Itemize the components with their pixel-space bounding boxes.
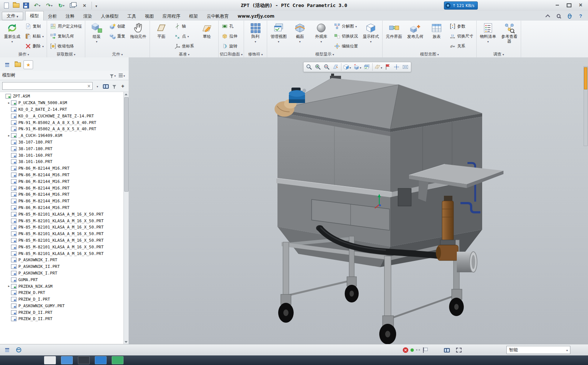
group-label-model-display[interactable]: 模型显示 [268,51,381,57]
pattern-button[interactable]: 阵列 [245,21,266,51]
display-style-button[interactable]: 显示样式 [361,21,381,51]
graphics-scrollbar-thumb[interactable] [584,67,587,89]
tree-item[interactable]: PN-86_M-82144_M16.PRT [0,198,124,205]
tab-tools[interactable]: 工具 [123,12,141,21]
tree-item[interactable]: PRZEW_D_II.PRT [0,309,124,316]
tree-item[interactable]: ▶ PRZEKA_NIK.ASM [0,283,124,290]
reference-viewer-button[interactable]: 参考查看器 [499,21,520,51]
search-model-button[interactable] [442,346,452,354]
taskbar-app-3[interactable] [78,356,90,364]
tree-item[interactable]: PN-86_M-82144_M16.PRT [0,191,124,198]
scrollbar-thumb[interactable] [124,97,129,192]
undo-button[interactable] [31,1,43,10]
datum-plane-button[interactable]: 平面 [151,21,172,51]
graphics-scrollbar[interactable] [584,66,588,146]
bom-button[interactable]: 物料清单 [478,21,498,51]
collapse-ribbon-button[interactable] [543,13,552,20]
udf-button[interactable]: 用户定义特征 [48,21,84,31]
tree-item[interactable]: 38-101-160.PRT [0,152,124,159]
group-label-operations[interactable]: 操作 [2,51,46,57]
appearance-gallery-button[interactable]: 外观库 [311,21,331,51]
spin-center-button[interactable] [392,63,401,71]
toggle-status-button[interactable]: 切换状况 [332,31,360,41]
new-button[interactable] [1,1,11,10]
taskbar-app-1[interactable] [44,356,56,364]
toggle-browser-button[interactable] [14,346,24,354]
network-speed-badge[interactable]: 121 KB/s [444,1,478,10]
create-component-button[interactable]: 创建 [108,21,127,31]
repeat-button[interactable]: 重复 [108,31,127,41]
tab-framework[interactable]: 框架 [185,12,202,21]
tree-item[interactable]: PN-86_M-82144_M16.PRT [0,172,124,178]
taskbar-app-4[interactable] [95,356,107,364]
tree-item[interactable]: P_ASKOWNIK_GUMY.PRT [0,303,124,309]
tree-item[interactable]: PN-85_M-82101_KLASA_A_M_16_X_50.PRT [0,224,124,231]
tree-item[interactable]: PN-85_M-82101_KLASA_A_M_16_X_50.PRT [0,244,124,250]
datum-csys-button[interactable]: 坐标系 [172,41,196,51]
tree-item[interactable]: PN-86_M-82144_M16.PRT [0,165,124,172]
tree-scrollbar[interactable] [123,92,129,344]
shrinkwrap-button[interactable]: 收缩包络 [48,41,84,51]
tab-website[interactable]: www.yzfjy.com [233,12,279,21]
selection-filter-dropdown[interactable]: 智能 [506,346,570,354]
tree-item[interactable]: PN-85_M-82101_KLASA_A_M_16_X_50.PRT [0,211,124,217]
tab-file[interactable]: 文件 [2,12,23,20]
taskbar-app-5[interactable] [112,356,123,364]
browser-options-button[interactable] [565,13,574,20]
tree-item[interactable]: P_ASKOWNIK_I.PRT [0,270,124,277]
sketch-button[interactable]: 草绘 [197,21,217,51]
tree-item[interactable]: PN-85_M-82101_KLASA_A_M_16_X_50.PRT [0,231,124,237]
group-label-get-data[interactable]: 获取数据 [48,51,84,57]
command-search-button[interactable] [554,13,563,20]
tree-item[interactable]: PRZEW_D_I.PRT [0,296,124,303]
search-options-button[interactable] [94,82,101,90]
regenerate-button[interactable]: 重新生成 [2,21,22,51]
filter-button[interactable] [111,82,118,90]
group-label-component[interactable]: 元件 [86,51,148,57]
tree-item[interactable]: KO_O__A_CUCHOWE_Z_BATE_Z-14.PRT [0,113,124,119]
tree-filters-button[interactable] [108,72,117,79]
copy-geometry-button[interactable]: 复制几何 [48,31,84,41]
tree-item[interactable]: ▶ _A_CUCH-196409.ASM [0,132,124,139]
favorites-tab[interactable] [24,60,33,69]
tree-item[interactable]: PN-86_M-82144_M16.PRT [0,185,124,191]
component-interface-button[interactable]: 元件界面 [384,21,404,51]
notifications-flag-icon[interactable] [423,347,427,353]
switch-dimensions-button[interactable]: 切换尺寸 [448,31,475,41]
tree-item[interactable]: P_ASKOWNIK_II.PRT [0,263,124,270]
tree-expand-icon[interactable]: ▶ [7,285,11,288]
group-label-investigate[interactable]: 调查 [478,51,520,57]
saved-orientations-button[interactable] [352,63,362,71]
exploded-view-button[interactable]: 分解图 [332,21,360,31]
group-label-cut-surface[interactable]: 切口和曲面 [220,51,243,57]
hole-button[interactable]: 孔 [220,21,239,31]
section-button[interactable]: 截面 [290,21,310,51]
extrude-button[interactable]: 拉伸 [220,31,239,41]
datum-axis-button[interactable]: 轴 [172,21,196,31]
open-button[interactable] [11,1,21,10]
graphics-area[interactable] [129,57,588,344]
tree-expand-icon[interactable]: ▶ [7,134,11,137]
tree-item[interactable]: PN-86_M-82144_M16.PRT [0,205,124,211]
datum-display-button[interactable] [372,63,383,71]
tree-item[interactable]: PN-85_M-82101_KLASA_A_M_16_X_50.PRT [0,237,124,244]
save-button[interactable] [21,1,31,10]
tree-item[interactable]: GUMA.PRT [0,276,124,283]
repaint-button[interactable] [331,63,340,71]
3d-model[interactable] [129,57,588,344]
expand-all-button[interactable] [119,82,126,90]
maximize-button[interactable] [564,2,574,8]
tree-item[interactable]: 38-101-160.PRT [0,159,124,165]
tree-item[interactable]: PN-85_M-82101_KLASA_A_M_16_X_50.PRT [0,250,124,257]
windows-button[interactable] [68,1,79,10]
redo-button[interactable] [43,1,55,10]
group-label-datum[interactable]: 基准 [151,51,217,57]
tree-item[interactable]: PRZEW_D.PRT [0,290,124,296]
tree-item[interactable]: PRZEW_D_II.PRT [0,316,124,322]
folder-browser-tab[interactable] [13,60,22,69]
scroll-up-arrow[interactable] [124,92,128,97]
tree-item[interactable]: KO_O_Z_BATE_Z-14.PRT [0,106,124,113]
close-window-button[interactable] [80,1,89,10]
select-items-button[interactable] [454,346,463,354]
model-tree-tab[interactable] [2,60,12,69]
